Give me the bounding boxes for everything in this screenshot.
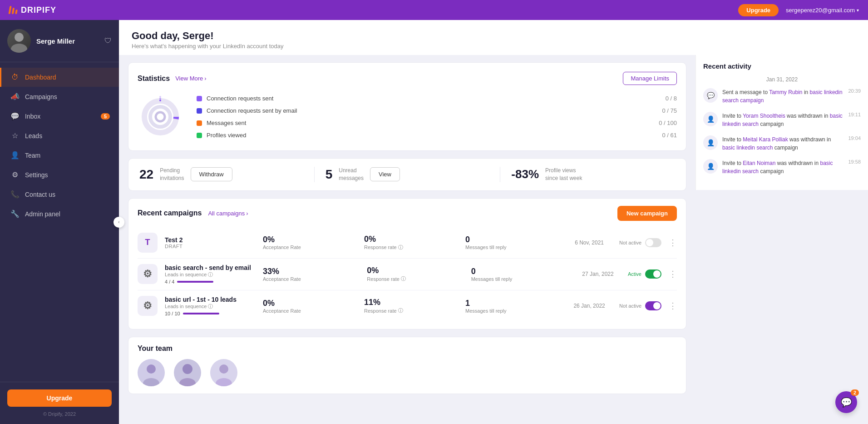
- campaign-toggle[interactable]: [645, 301, 661, 310]
- chat-bubble[interactable]: 💬 2: [835, 391, 857, 413]
- donut-chart: [138, 94, 183, 140]
- recent-activity-panel: Recent activity Jan 31, 2022 💬 Sent a me…: [695, 55, 868, 190]
- status-badge: Not active: [619, 240, 641, 245]
- logo-stripe-2: [12, 8, 15, 14]
- campaign-toggle-area: Not active: [619, 301, 661, 310]
- campaigns-title-area: Recent campaigns All campaigns ›: [138, 209, 248, 217]
- campaign-name: basic search - send by email: [165, 264, 256, 271]
- page-subtitle: Here's what's happening with your Linked…: [132, 43, 855, 50]
- team-avatar: [138, 359, 165, 386]
- avatar-image: [7, 29, 31, 53]
- svg-point-10: [147, 364, 156, 374]
- sidebar-item-leads[interactable]: ☆ Leads: [0, 126, 119, 145]
- all-campaigns-link[interactable]: All campaigns ›: [208, 210, 248, 217]
- campaign-leads-progress: 4 / 4: [165, 279, 256, 284]
- stats-items: Connection requests sent 0 / 8 Connectio…: [197, 92, 677, 141]
- logo-icon: [9, 6, 17, 14]
- activity-link[interactable]: basic linkedin search: [722, 145, 773, 151]
- sidebar-footer: Upgrade © Dripify, 2022: [0, 382, 119, 424]
- stat-value: 0 / 100: [659, 120, 677, 126]
- campaign-leads-progress: 10 / 10: [165, 311, 256, 316]
- sidebar-item-inbox[interactable]: 💬 Inbox 5: [0, 106, 119, 126]
- user-email-dropdown[interactable]: sergeperez20@gmail.com ▾: [786, 7, 859, 14]
- leads-count: 4 / 4: [165, 279, 174, 284]
- more-options-button[interactable]: ⋮: [669, 238, 677, 248]
- pending-label: Pendinginvitations: [160, 167, 184, 182]
- campaign-toggle-area: Active: [628, 269, 661, 279]
- activity-link[interactable]: basic linkedin search: [722, 160, 833, 175]
- stat-value: 0: [465, 235, 559, 244]
- top-upgrade-button[interactable]: Upgrade: [738, 4, 779, 16]
- logo-stripe-3: [15, 10, 18, 14]
- withdraw-button[interactable]: Withdraw: [191, 167, 232, 181]
- sidebar-item-dashboard[interactable]: ⏱ Dashboard: [0, 68, 119, 87]
- sidebar-item-label: Leads: [25, 132, 42, 140]
- your-team-section: Your team: [128, 337, 686, 394]
- sidebar-item-contact-us[interactable]: 📞 Contact us: [0, 185, 119, 204]
- activity-date-divider: Jan 31, 2022: [703, 76, 861, 83]
- stat-label: Messages till reply: [471, 276, 568, 282]
- dashboard-icon: ⏱: [10, 73, 20, 81]
- campaign-toggle[interactable]: [645, 269, 661, 279]
- stat-value: 0%: [263, 235, 357, 244]
- info-icon: ⓘ: [208, 272, 213, 277]
- team-avatar: [210, 359, 237, 386]
- activity-time: 19:58: [848, 159, 861, 165]
- progress-fill: [183, 313, 219, 314]
- info-icon: ⓘ: [208, 304, 213, 309]
- sidebar-item-label: Dashboard: [25, 74, 56, 81]
- activity-link[interactable]: Yoram Shooltheis: [743, 113, 785, 119]
- stat-value: 0 / 75: [662, 107, 677, 114]
- campaign-row: T Test 2 DRAFT 0% Acceptance Rate: [138, 227, 677, 259]
- stat-value: 0%: [364, 234, 458, 244]
- sidebar-item-settings[interactable]: ⚙ Settings: [0, 165, 119, 185]
- activity-link[interactable]: Meital Kara Polliak: [743, 136, 788, 143]
- progress-bar: [183, 313, 219, 314]
- activity-link[interactable]: Tammy Rubin: [769, 89, 802, 95]
- campaign-date: 6 Nov, 2021: [567, 239, 612, 246]
- more-options-button[interactable]: ⋮: [669, 301, 677, 311]
- campaign-info: basic url - 1st - 10 leads Leads in sequ…: [165, 296, 256, 316]
- logo-stripe-1: [8, 6, 11, 14]
- new-campaign-button[interactable]: New campaign: [617, 206, 677, 221]
- campaign-info: Test 2 DRAFT: [165, 236, 256, 249]
- campaign-status: DRAFT: [165, 244, 256, 249]
- sidebar-collapse-button[interactable]: ‹: [113, 217, 124, 228]
- view-button[interactable]: View: [370, 167, 400, 181]
- sidebar-item-label: Campaigns: [25, 93, 57, 100]
- stat-label: Messages till reply: [465, 244, 559, 250]
- campaign-acceptance-rate: 0% Acceptance Rate: [263, 235, 357, 250]
- statistics-card: Statistics View More › Manage Limits: [128, 62, 686, 151]
- stat-row: Profiles viewed 0 / 61: [197, 129, 677, 141]
- more-options-button[interactable]: ⋮: [669, 269, 677, 279]
- profile-views-metric: -83% Profile viewssince last week: [500, 167, 675, 182]
- progress-bar: [177, 281, 213, 283]
- activity-time: 20:39: [848, 88, 861, 94]
- toggle-knob: [653, 270, 661, 278]
- campaign-response-rate: 11% Response rate ⓘ: [364, 298, 458, 314]
- campaign-icon: ⚙: [138, 264, 158, 284]
- leads-count: 10 / 10: [165, 311, 180, 316]
- avatar: [7, 29, 31, 53]
- stat-label: Response rate ⓘ: [364, 244, 458, 251]
- sidebar-item-admin-panel[interactable]: 🔧 Admin panel: [0, 204, 119, 224]
- view-more-link[interactable]: View More ›: [175, 75, 207, 82]
- stat-name: Connection requests sent: [207, 95, 661, 102]
- sidebar-item-campaigns[interactable]: 📣 Campaigns: [0, 87, 119, 106]
- activity-text: Invite to Meital Kara Polliak was withdr…: [722, 135, 843, 152]
- svg-point-1: [11, 44, 27, 53]
- sidebar-upgrade-button[interactable]: Upgrade: [7, 389, 112, 407]
- chevron-right-icon: ›: [246, 210, 248, 217]
- stat-label: Messages till reply: [465, 308, 559, 314]
- main-layout: Serge Miller 🛡 ⏱ Dashboard 📣 Campaigns 💬…: [0, 20, 868, 424]
- manage-limits-button[interactable]: Manage Limits: [623, 72, 677, 85]
- stat-name: Profiles viewed: [207, 132, 657, 139]
- stat-dot: [197, 96, 202, 101]
- campaign-toggle[interactable]: [645, 238, 661, 247]
- activity-link[interactable]: Eitan Noiman: [743, 160, 775, 166]
- sidebar-item-team[interactable]: 👤 Team: [0, 145, 119, 165]
- campaigns-label: Recent campaigns: [138, 209, 202, 217]
- sidebar: Serge Miller 🛡 ⏱ Dashboard 📣 Campaigns 💬…: [0, 20, 119, 424]
- stat-dot: [197, 133, 202, 138]
- team-icon: 👤: [10, 151, 20, 160]
